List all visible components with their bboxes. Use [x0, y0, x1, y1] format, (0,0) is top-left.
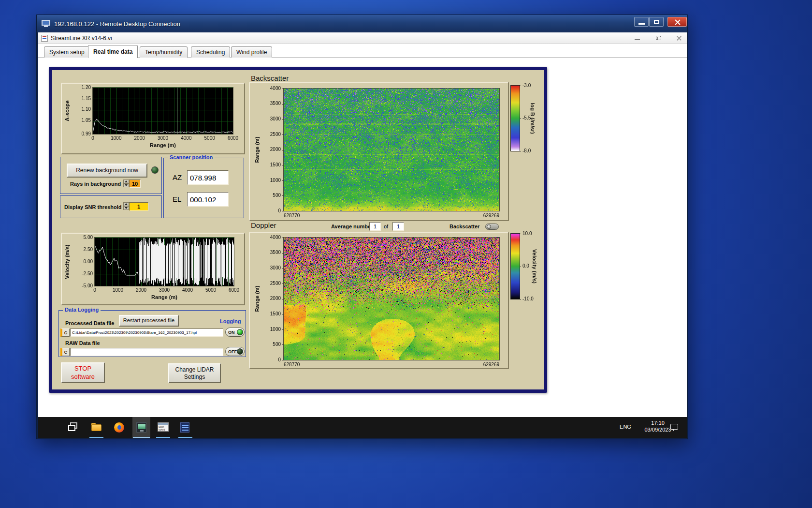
a-scope-plot-canvas [62, 84, 244, 153]
task-view-icon [68, 425, 75, 431]
el-field[interactable]: 000.102 [187, 192, 229, 207]
mini-toggle-knob [487, 224, 491, 229]
file-explorer-button[interactable] [91, 422, 102, 433]
spinner-up-arrow[interactable] [123, 202, 129, 206]
change-lidar-settings-button[interactable]: Change LiDAR Settings [168, 363, 221, 383]
rdp-window-title: 192.168.0.122 - Remote Desktop Connectio… [54, 20, 180, 28]
remote-app-button[interactable] [136, 422, 147, 433]
raw-logging-toggle[interactable]: OFF [225, 347, 245, 356]
running-indicator [89, 437, 103, 438]
snr-threshold-label: Display SNR threshold [64, 204, 122, 210]
rdp-maximize-button[interactable] [649, 17, 664, 27]
on-label: ON [228, 330, 237, 335]
restart-processed-file-button[interactable]: Restart processed file [119, 315, 179, 327]
app-close-button[interactable] [673, 34, 685, 43]
az-field[interactable]: 078.998 [187, 170, 229, 185]
backscatter-toggle[interactable] [485, 224, 499, 230]
stop-software-button[interactable]: STOP software [61, 362, 105, 383]
running-indicator [156, 437, 170, 438]
processed-path-field[interactable]: C:\Lidar\Data\Proc\2023\202309\20230903\… [70, 329, 223, 337]
rays-value[interactable]: 10 [129, 179, 141, 188]
off-label: OFF [228, 349, 237, 354]
taskbar: Scansched ENG 17:10 03/09/2023 [38, 417, 687, 438]
scanner-position-title: Scanner position [168, 154, 215, 160]
remote-app-icon [136, 422, 146, 433]
doppler-heatmap-canvas [250, 233, 508, 368]
app-body: Renew background now Rays in background … [38, 58, 687, 417]
raw-drive-button[interactable]: C [60, 348, 70, 356]
rdp-minimize-button[interactable] [634, 17, 649, 27]
doppler-plot-box [249, 232, 509, 369]
app-window: StreamLine XR v14-6.vi System setup Real… [38, 32, 687, 417]
rays-spinner[interactable] [123, 179, 129, 187]
spinner-down-arrow[interactable] [123, 183, 129, 187]
maximize-icon [654, 20, 659, 24]
app-minimize-button[interactable] [631, 34, 644, 43]
notification-center-button[interactable] [670, 424, 679, 432]
tab-strip: System setup Real time data Temp/humidit… [38, 44, 687, 58]
app-window-title: StreamLine XR v14-6.vi [51, 35, 112, 42]
raw-path-field[interactable] [70, 348, 223, 356]
tab-wind-profile[interactable]: Wind profile [231, 46, 272, 58]
restore-icon [657, 37, 661, 40]
average-number-value[interactable]: 1 [369, 222, 381, 231]
backscatter-plot-box [249, 82, 509, 221]
task-view-button[interactable] [68, 422, 79, 433]
tab-scheduling[interactable]: Scheduling [191, 46, 230, 58]
app-titlebar[interactable]: StreamLine XR v14-6.vi [38, 32, 687, 44]
spinner-down-arrow[interactable] [123, 206, 129, 210]
renew-background-button[interactable]: Renew background now [67, 164, 147, 178]
processed-drive-button[interactable]: C [60, 329, 70, 337]
backscatter-toggle-label: Backscatter [450, 224, 479, 229]
logging-label: Logging [220, 318, 241, 324]
notes-app-button[interactable] [180, 422, 190, 433]
rdp-titlebar[interactable]: 192.168.0.122 - Remote Desktop Connectio… [37, 15, 687, 32]
processed-data-file-label: Processed Data file [65, 320, 115, 326]
notes-app-icon [180, 422, 189, 433]
notification-icon [670, 424, 678, 430]
folder-icon [91, 424, 102, 431]
computer-icon [42, 20, 50, 27]
firefox-button[interactable] [114, 422, 125, 433]
firefox-icon [117, 425, 121, 430]
backscatter-colorbar-canvas [507, 82, 544, 164]
language-indicator[interactable]: ENG [617, 424, 634, 430]
az-label: AZ [173, 173, 182, 181]
restart-processed-file-label: Restart processed file [123, 317, 174, 324]
raw-data-file-label: RAW Data file [65, 340, 100, 346]
stop-line1: STOP [74, 365, 91, 373]
average-number-label: Average number [331, 224, 373, 229]
rdp-client-area: StreamLine XR v14-6.vi System setup Real… [38, 32, 687, 438]
velocity-plot-box [61, 233, 245, 305]
snr-spinner[interactable] [123, 202, 129, 210]
tab-system-setup[interactable]: System setup [44, 46, 90, 58]
rdp-close-button[interactable] [667, 17, 687, 27]
vi-icon [41, 35, 48, 42]
toggle-knob-off [237, 348, 243, 355]
scan-scheduler-button[interactable]: Scansched [158, 422, 168, 433]
scanner-position-group: Scanner position AZ 078.998 EL 000.102 [163, 158, 244, 218]
el-label: EL [173, 195, 181, 203]
front-panel: Renew background now Rays in background … [52, 70, 544, 389]
data-logging-title: Data Logging [63, 307, 101, 313]
rdp-window: 192.168.0.122 - Remote Desktop Connectio… [36, 15, 688, 439]
running-indicator [133, 437, 150, 438]
renew-status-led [151, 166, 159, 174]
renew-background-label: Renew background now [76, 167, 138, 174]
minimize-icon [635, 39, 640, 40]
a-scope-plot-box [61, 83, 245, 154]
doppler-title: Doppler [251, 221, 276, 229]
processed-logging-toggle[interactable]: ON [225, 328, 245, 337]
minimize-icon [638, 23, 645, 25]
app-restore-button[interactable] [652, 34, 665, 43]
snr-value[interactable]: 1 [129, 202, 148, 211]
data-logging-group: Data Logging Processed Data file Restart… [58, 310, 246, 357]
tab-temp-humidity[interactable]: Temp/humidity [140, 46, 188, 58]
snr-threshold-group: Display SNR threshold 1 [60, 195, 162, 218]
stop-line2: software [71, 373, 95, 381]
spinner-up-arrow[interactable] [123, 179, 129, 183]
backscatter-heatmap-canvas [250, 83, 508, 220]
desktop: 192.168.0.122 - Remote Desktop Connectio… [0, 0, 812, 508]
tab-real-time-data[interactable]: Real time data [88, 45, 138, 58]
average-total-value[interactable]: 1 [392, 222, 404, 231]
